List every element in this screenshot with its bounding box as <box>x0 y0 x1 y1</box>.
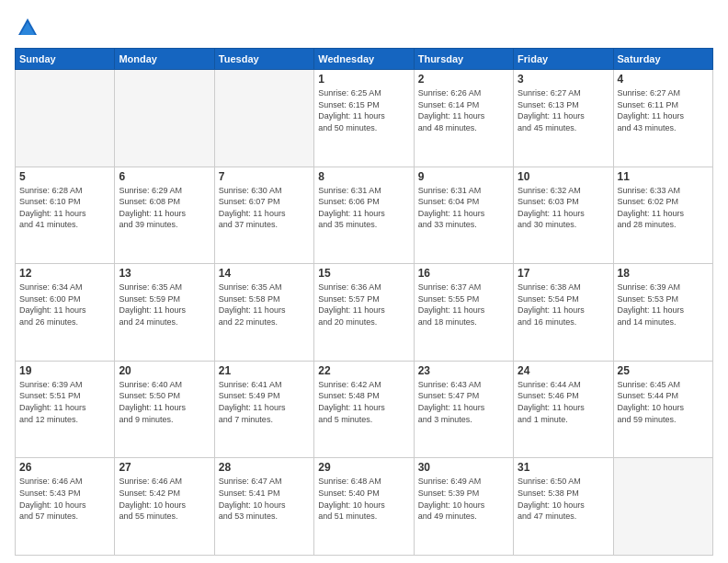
calendar-cell: 3Sunrise: 6:27 AM Sunset: 6:13 PM Daylig… <box>514 70 613 167</box>
day-number: 11 <box>618 170 709 183</box>
day-number: 10 <box>518 170 609 183</box>
day-number: 21 <box>219 364 310 377</box>
day-number: 8 <box>318 170 409 183</box>
calendar-cell: 18Sunrise: 6:39 AM Sunset: 5:53 PM Dayli… <box>613 264 712 362</box>
calendar-cell: 22Sunrise: 6:42 AM Sunset: 5:48 PM Dayli… <box>314 361 414 458</box>
day-info: Sunrise: 6:35 AM Sunset: 5:59 PM Dayligh… <box>119 282 210 327</box>
day-number: 1 <box>318 73 409 86</box>
day-info: Sunrise: 6:37 AM Sunset: 5:55 PM Dayligh… <box>418 282 509 327</box>
calendar-week-row: 12Sunrise: 6:34 AM Sunset: 6:00 PM Dayli… <box>16 264 713 362</box>
calendar-body: 1Sunrise: 6:25 AM Sunset: 6:15 PM Daylig… <box>16 70 713 556</box>
day-number: 20 <box>119 364 210 377</box>
calendar-cell: 11Sunrise: 6:33 AM Sunset: 6:02 PM Dayli… <box>613 167 712 264</box>
header <box>15 15 713 40</box>
day-info: Sunrise: 6:39 AM Sunset: 5:53 PM Dayligh… <box>618 282 709 327</box>
day-info: Sunrise: 6:48 AM Sunset: 5:40 PM Dayligh… <box>318 476 409 522</box>
day-number: 27 <box>119 461 210 474</box>
day-info: Sunrise: 6:46 AM Sunset: 5:42 PM Dayligh… <box>119 476 210 522</box>
day-number: 13 <box>119 267 210 280</box>
calendar-cell: 31Sunrise: 6:50 AM Sunset: 5:38 PM Dayli… <box>514 458 613 556</box>
calendar-week-row: 26Sunrise: 6:46 AM Sunset: 5:43 PM Dayli… <box>16 458 713 556</box>
calendar-cell <box>613 458 712 556</box>
weekday-header: Thursday <box>414 49 513 70</box>
day-info: Sunrise: 6:29 AM Sunset: 6:08 PM Dayligh… <box>119 185 210 231</box>
weekday-header: Friday <box>514 49 613 70</box>
day-info: Sunrise: 6:50 AM Sunset: 5:38 PM Dayligh… <box>518 476 609 522</box>
day-number: 16 <box>418 267 509 280</box>
day-number: 23 <box>418 364 509 377</box>
day-info: Sunrise: 6:34 AM Sunset: 6:00 PM Dayligh… <box>19 282 110 327</box>
calendar-cell: 7Sunrise: 6:30 AM Sunset: 6:07 PM Daylig… <box>214 167 313 264</box>
day-number: 22 <box>318 364 409 377</box>
calendar-cell: 21Sunrise: 6:41 AM Sunset: 5:49 PM Dayli… <box>214 361 313 458</box>
calendar-header: SundayMondayTuesdayWednesdayThursdayFrid… <box>16 49 713 70</box>
weekday-header: Saturday <box>613 49 712 70</box>
calendar-cell: 25Sunrise: 6:45 AM Sunset: 5:44 PM Dayli… <box>613 361 712 458</box>
day-info: Sunrise: 6:49 AM Sunset: 5:39 PM Dayligh… <box>418 476 509 522</box>
day-number: 9 <box>418 170 509 183</box>
day-number: 14 <box>219 267 310 280</box>
day-info: Sunrise: 6:26 AM Sunset: 6:14 PM Dayligh… <box>418 87 509 133</box>
day-info: Sunrise: 6:27 AM Sunset: 6:13 PM Dayligh… <box>518 87 609 133</box>
day-number: 15 <box>318 267 409 280</box>
calendar-cell: 28Sunrise: 6:47 AM Sunset: 5:41 PM Dayli… <box>214 458 313 556</box>
day-info: Sunrise: 6:46 AM Sunset: 5:43 PM Dayligh… <box>19 476 110 522</box>
calendar-cell: 19Sunrise: 6:39 AM Sunset: 5:51 PM Dayli… <box>16 361 115 458</box>
calendar-table: SundayMondayTuesdayWednesdayThursdayFrid… <box>15 48 713 556</box>
calendar-cell: 29Sunrise: 6:48 AM Sunset: 5:40 PM Dayli… <box>314 458 414 556</box>
day-number: 31 <box>518 461 609 474</box>
day-info: Sunrise: 6:44 AM Sunset: 5:46 PM Dayligh… <box>518 379 609 425</box>
calendar-cell: 30Sunrise: 6:49 AM Sunset: 5:39 PM Dayli… <box>414 458 513 556</box>
calendar-cell: 6Sunrise: 6:29 AM Sunset: 6:08 PM Daylig… <box>115 167 214 264</box>
day-number: 28 <box>219 461 310 474</box>
logo-icon <box>15 15 40 40</box>
calendar-cell: 14Sunrise: 6:35 AM Sunset: 5:58 PM Dayli… <box>214 264 313 362</box>
calendar-cell: 16Sunrise: 6:37 AM Sunset: 5:55 PM Dayli… <box>414 264 513 362</box>
day-number: 26 <box>19 461 110 474</box>
calendar-cell: 2Sunrise: 6:26 AM Sunset: 6:14 PM Daylig… <box>414 70 513 167</box>
calendar-cell: 15Sunrise: 6:36 AM Sunset: 5:57 PM Dayli… <box>314 264 414 362</box>
day-info: Sunrise: 6:31 AM Sunset: 6:04 PM Dayligh… <box>418 185 509 231</box>
day-number: 18 <box>618 267 709 280</box>
calendar-cell: 23Sunrise: 6:43 AM Sunset: 5:47 PM Dayli… <box>414 361 513 458</box>
day-number: 5 <box>19 170 110 183</box>
day-number: 17 <box>518 267 609 280</box>
day-number: 29 <box>318 461 409 474</box>
day-info: Sunrise: 6:47 AM Sunset: 5:41 PM Dayligh… <box>219 476 310 522</box>
day-info: Sunrise: 6:39 AM Sunset: 5:51 PM Dayligh… <box>19 379 110 425</box>
day-number: 19 <box>19 364 110 377</box>
calendar-cell: 20Sunrise: 6:40 AM Sunset: 5:50 PM Dayli… <box>115 361 214 458</box>
calendar-week-row: 5Sunrise: 6:28 AM Sunset: 6:10 PM Daylig… <box>16 167 713 264</box>
day-number: 4 <box>618 73 709 86</box>
calendar-cell: 10Sunrise: 6:32 AM Sunset: 6:03 PM Dayli… <box>514 167 613 264</box>
calendar-week-row: 19Sunrise: 6:39 AM Sunset: 5:51 PM Dayli… <box>16 361 713 458</box>
calendar-cell: 24Sunrise: 6:44 AM Sunset: 5:46 PM Dayli… <box>514 361 613 458</box>
calendar-cell <box>214 70 313 167</box>
calendar-cell: 1Sunrise: 6:25 AM Sunset: 6:15 PM Daylig… <box>314 70 414 167</box>
weekday-row: SundayMondayTuesdayWednesdayThursdayFrid… <box>16 49 713 70</box>
calendar-cell: 26Sunrise: 6:46 AM Sunset: 5:43 PM Dayli… <box>16 458 115 556</box>
day-info: Sunrise: 6:40 AM Sunset: 5:50 PM Dayligh… <box>119 379 210 425</box>
weekday-header: Sunday <box>16 49 115 70</box>
day-info: Sunrise: 6:30 AM Sunset: 6:07 PM Dayligh… <box>219 185 310 231</box>
calendar-cell: 9Sunrise: 6:31 AM Sunset: 6:04 PM Daylig… <box>414 167 513 264</box>
weekday-header: Tuesday <box>214 49 313 70</box>
day-info: Sunrise: 6:25 AM Sunset: 6:15 PM Dayligh… <box>318 87 409 133</box>
calendar-cell: 8Sunrise: 6:31 AM Sunset: 6:06 PM Daylig… <box>314 167 414 264</box>
calendar-cell: 4Sunrise: 6:27 AM Sunset: 6:11 PM Daylig… <box>613 70 712 167</box>
day-info: Sunrise: 6:42 AM Sunset: 5:48 PM Dayligh… <box>318 379 409 425</box>
day-number: 12 <box>19 267 110 280</box>
day-info: Sunrise: 6:38 AM Sunset: 5:54 PM Dayligh… <box>518 282 609 327</box>
day-info: Sunrise: 6:45 AM Sunset: 5:44 PM Dayligh… <box>618 379 709 425</box>
calendar-cell: 27Sunrise: 6:46 AM Sunset: 5:42 PM Dayli… <box>115 458 214 556</box>
day-info: Sunrise: 6:32 AM Sunset: 6:03 PM Dayligh… <box>518 185 609 231</box>
calendar-cell: 12Sunrise: 6:34 AM Sunset: 6:00 PM Dayli… <box>16 264 115 362</box>
day-info: Sunrise: 6:27 AM Sunset: 6:11 PM Dayligh… <box>618 87 709 133</box>
logo <box>15 15 44 40</box>
day-info: Sunrise: 6:43 AM Sunset: 5:47 PM Dayligh… <box>418 379 509 425</box>
day-info: Sunrise: 6:31 AM Sunset: 6:06 PM Dayligh… <box>318 185 409 231</box>
calendar-cell <box>115 70 214 167</box>
day-number: 7 <box>219 170 310 183</box>
calendar-cell: 17Sunrise: 6:38 AM Sunset: 5:54 PM Dayli… <box>514 264 613 362</box>
weekday-header: Monday <box>115 49 214 70</box>
